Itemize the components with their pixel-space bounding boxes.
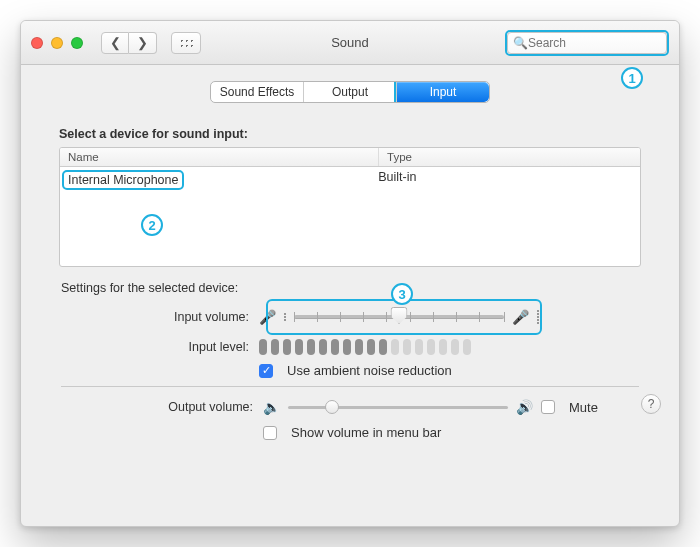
callout-1: 1 bbox=[621, 67, 643, 89]
level-bar bbox=[391, 339, 399, 355]
minimize-window-button[interactable] bbox=[51, 37, 63, 49]
mic-low-icon: 🎤 bbox=[259, 309, 276, 325]
window-controls bbox=[31, 37, 83, 49]
back-button[interactable]: ❮ bbox=[101, 32, 129, 54]
level-bar bbox=[343, 339, 351, 355]
level-bar bbox=[319, 339, 327, 355]
ambient-row: ✓ Use ambient noise reduction bbox=[59, 363, 641, 378]
close-window-button[interactable] bbox=[31, 37, 43, 49]
level-bar bbox=[439, 339, 447, 355]
search-icon: 🔍 bbox=[513, 36, 528, 50]
slider-thumb[interactable] bbox=[391, 307, 408, 324]
zoom-window-button[interactable] bbox=[71, 37, 83, 49]
level-bar bbox=[451, 339, 459, 355]
level-bar bbox=[295, 339, 303, 355]
content-area: Sound Effects Output Input Select a devi… bbox=[21, 65, 679, 462]
level-bar bbox=[331, 339, 339, 355]
output-section: Output volume: 🔈 🔊 Mute bbox=[43, 397, 657, 440]
forward-button[interactable]: ❯ bbox=[129, 32, 157, 54]
sound-preferences-window: ❮ ❯ Sound 🔍 1 Sound Effects Output Input… bbox=[20, 20, 680, 527]
help-button[interactable]: ? bbox=[641, 394, 661, 414]
input-heading: Select a device for sound input: bbox=[59, 127, 641, 141]
speaker-high-icon: 🔊 bbox=[516, 399, 533, 415]
ambient-checkbox[interactable]: ✓ bbox=[259, 364, 273, 378]
device-table: Name Type Internal Microphone Built-in bbox=[59, 147, 641, 267]
mic-high-icon: 🎤 bbox=[512, 309, 529, 325]
level-bar bbox=[307, 339, 315, 355]
tab-bar: Sound Effects Output Input bbox=[210, 81, 490, 103]
dots-high bbox=[537, 310, 539, 324]
table-row[interactable]: Internal Microphone Built-in bbox=[60, 167, 640, 193]
output-volume-row: Output volume: 🔈 🔊 Mute bbox=[63, 397, 637, 417]
device-name: Internal Microphone bbox=[68, 173, 178, 187]
input-level-label: Input level: bbox=[59, 340, 259, 354]
level-bar bbox=[415, 339, 423, 355]
input-level-meter bbox=[259, 339, 589, 355]
table-header: Name Type bbox=[60, 148, 640, 167]
divider bbox=[61, 386, 639, 387]
level-bar bbox=[379, 339, 387, 355]
callout-3: 3 bbox=[391, 283, 413, 305]
grid-icon bbox=[179, 38, 193, 48]
tab-sound-effects[interactable]: Sound Effects bbox=[211, 82, 304, 102]
tab-output[interactable]: Output bbox=[304, 82, 397, 102]
col-name: Name bbox=[60, 148, 379, 166]
mute-checkbox[interactable] bbox=[541, 400, 555, 414]
dots-low bbox=[284, 313, 286, 321]
nav-group: ❮ ❯ bbox=[101, 32, 157, 54]
show-all-button[interactable] bbox=[171, 32, 201, 54]
level-bar bbox=[355, 339, 363, 355]
device-name-highlight: Internal Microphone bbox=[62, 170, 184, 190]
level-bar bbox=[367, 339, 375, 355]
settings-label: Settings for the selected device: bbox=[61, 281, 641, 295]
mute-label: Mute bbox=[569, 400, 598, 415]
level-bar bbox=[403, 339, 411, 355]
input-level-row: Input level: bbox=[59, 339, 641, 355]
output-volume-slider[interactable] bbox=[288, 397, 508, 417]
level-bar bbox=[283, 339, 291, 355]
level-bar bbox=[271, 339, 279, 355]
speaker-low-icon: 🔈 bbox=[263, 399, 280, 415]
output-volume-label: Output volume: bbox=[63, 400, 263, 414]
menubar-label: Show volume in menu bar bbox=[291, 425, 441, 440]
input-volume-label: Input volume: bbox=[59, 310, 259, 324]
input-volume-slider[interactable] bbox=[294, 303, 504, 331]
col-type: Type bbox=[379, 148, 640, 166]
level-bar bbox=[259, 339, 267, 355]
menubar-checkbox[interactable] bbox=[263, 426, 277, 440]
level-bar bbox=[463, 339, 471, 355]
input-volume-row: Input volume: 🎤 bbox=[59, 303, 641, 331]
level-bar bbox=[427, 339, 435, 355]
ambient-label: Use ambient noise reduction bbox=[287, 363, 452, 378]
title-bar: ❮ ❯ Sound 🔍 bbox=[21, 21, 679, 65]
callout-2: 2 bbox=[141, 214, 163, 236]
menubar-row: Show volume in menu bar bbox=[63, 425, 637, 440]
device-type: Built-in bbox=[378, 170, 632, 190]
tab-input[interactable]: Input bbox=[397, 82, 489, 102]
search-input[interactable] bbox=[507, 32, 667, 54]
output-slider-knob[interactable] bbox=[325, 400, 339, 414]
input-panel: Select a device for sound input: Name Ty… bbox=[43, 115, 657, 378]
search-highlight: 🔍 bbox=[505, 30, 669, 56]
